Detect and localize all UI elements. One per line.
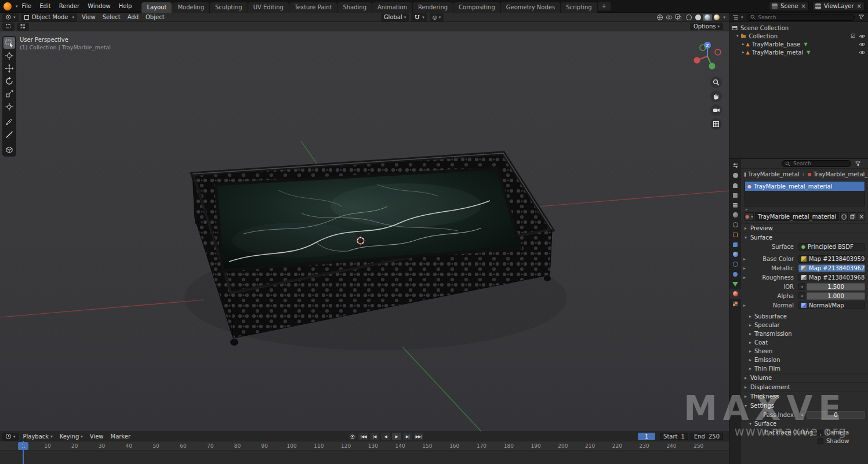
auto-keyframe-button[interactable] <box>348 433 357 440</box>
viewport-menu-item[interactable]: View <box>78 14 99 20</box>
rotate-tool[interactable] <box>3 75 15 87</box>
panel-settings[interactable]: ▾ Settings <box>741 401 868 410</box>
viewport-menu-item[interactable]: Object <box>142 14 168 20</box>
start-frame-field[interactable]: Start 1 <box>660 433 688 440</box>
marker-menu[interactable]: Marker <box>107 433 135 440</box>
outliner-object-row[interactable]: ▸ ▲ TrayMarble_base ▼ <box>729 40 868 48</box>
collapsed-subpanel[interactable]: ▸ Thin Film <box>741 364 868 373</box>
expand-icon[interactable]: ▸ <box>742 42 744 46</box>
unlink-material-button[interactable]: × <box>858 212 865 221</box>
editor-type-button[interactable]: ▾ <box>2 13 19 21</box>
chevron-down-icon[interactable]: ▾ <box>723 15 725 20</box>
browse-material-button[interactable]: ● ▾ <box>744 212 754 221</box>
gizmo-x-neg-axis[interactable] <box>715 49 721 55</box>
scale-tool[interactable] <box>3 88 15 100</box>
previous-keyframe-button[interactable]: |◀ <box>370 433 379 440</box>
options-dropdown[interactable]: Options ▾ <box>690 23 723 30</box>
workspace-tab[interactable]: Modeling <box>172 2 209 13</box>
collapsed-subpanel[interactable]: ▸ Transmission <box>741 329 868 338</box>
properties-search[interactable] <box>782 160 851 167</box>
base-color-map-button[interactable]: Map #2138403959 <box>798 255 865 263</box>
tab-particles[interactable] <box>729 249 741 259</box>
panel-thickness[interactable]: ▸ Thickness <box>741 392 868 401</box>
collapsed-subpanel[interactable]: ▸ Emission <box>741 356 868 364</box>
workspace-tab[interactable]: Texture Paint <box>289 2 337 13</box>
material-slot-selected[interactable]: ● TrayMarble_metal_material <box>745 182 865 191</box>
normal-map-button[interactable]: Normal/Map <box>798 302 865 309</box>
move-tool[interactable] <box>3 63 15 74</box>
collapse-icon[interactable]: ▾ <box>736 34 739 38</box>
keying-menu[interactable]: Keying▾ <box>56 433 86 440</box>
snap-toggle[interactable]: ▾ <box>411 13 427 21</box>
metallic-map-button[interactable]: Map #2138403962 <box>798 264 865 272</box>
playback-menu[interactable]: Playback▾ <box>20 433 56 440</box>
topbar-menu-item[interactable]: Edit <box>35 0 55 13</box>
hide-collection-eye-icon[interactable] <box>859 34 866 39</box>
workspace-tab[interactable]: Layout <box>141 2 172 13</box>
animate-decorator-icon[interactable] <box>798 283 805 290</box>
properties-editor-icon[interactable] <box>729 161 741 171</box>
outliner-search-input[interactable] <box>757 14 851 21</box>
backface-shadow-checkbox[interactable] <box>818 438 823 444</box>
hide-object-eye-icon[interactable] <box>859 50 866 55</box>
list-resize-grip[interactable]: ▸ <box>741 206 868 211</box>
outliner-search[interactable] <box>747 14 855 21</box>
proportional-edit-toggle[interactable]: ◎ ▾ <box>430 13 444 21</box>
roughness-map-button[interactable]: Map #2138403968 <box>798 274 865 281</box>
surface-shader-button[interactable]: ● Principled BSDF <box>798 243 865 251</box>
shading-rendered-button[interactable] <box>712 14 721 21</box>
outliner-object-row[interactable]: ▸ ▲ TrayMarble_metal ▼ <box>729 48 868 56</box>
collapsed-subpanel[interactable]: ▸ Coat <box>741 338 868 347</box>
topbar-menu-item[interactable]: Window <box>83 0 114 13</box>
show-overlays-icon[interactable] <box>666 14 673 21</box>
current-frame-field[interactable]: 1 <box>638 433 655 440</box>
scene-selector[interactable]: Scene × <box>769 2 809 11</box>
outliner-editor-icon[interactable] <box>732 14 739 21</box>
play-button[interactable]: ▶ <box>392 433 401 440</box>
settings-surface-subpanel[interactable]: ▾ Surface <box>741 419 868 428</box>
gizmo-y-neg-axis[interactable] <box>700 45 706 50</box>
expand-icon[interactable]: ▸ <box>742 50 744 55</box>
workspace-tab[interactable]: Scripting <box>561 2 597 13</box>
perspective-toggle-button[interactable] <box>710 118 722 130</box>
tab-physics[interactable] <box>729 259 741 269</box>
tab-output[interactable] <box>729 190 741 200</box>
cursor-tool[interactable] <box>3 50 15 61</box>
animate-decorator-icon[interactable] <box>798 292 805 299</box>
pass-index-field[interactable]: 0 <box>807 411 865 419</box>
workspace-tab[interactable]: Geometry Nodes <box>501 2 560 13</box>
tab-object[interactable] <box>729 230 741 240</box>
tab-world[interactable] <box>729 220 741 230</box>
expand-icon[interactable]: ▸ <box>743 256 749 262</box>
playhead-line[interactable] <box>23 441 24 464</box>
shading-material-button[interactable] <box>703 14 712 21</box>
timeline-editor-type-button[interactable]: ▾ <box>2 433 19 441</box>
shading-wireframe-button[interactable] <box>684 14 693 21</box>
jump-to-end-button[interactable]: ▶▶| <box>414 433 423 440</box>
topbar-menu-item[interactable]: Render <box>55 0 84 13</box>
hide-object-eye-icon[interactable] <box>859 42 866 47</box>
filter-icon[interactable] <box>858 14 865 20</box>
collapsed-subpanel[interactable]: ▸ Specular <box>741 321 868 329</box>
new-material-button[interactable] <box>849 212 856 221</box>
viewport-menu-item[interactable]: Select <box>99 14 124 20</box>
add-cube-tool[interactable] <box>3 144 15 155</box>
zoom-button[interactable] <box>710 77 722 88</box>
show-gizmo-icon[interactable] <box>656 14 663 21</box>
workspace-tab[interactable]: Animation <box>372 2 412 13</box>
tab-constraints[interactable] <box>729 269 741 279</box>
gizmo-x-axis[interactable] <box>694 57 700 64</box>
view-menu[interactable]: View <box>86 433 107 440</box>
tab-modifiers[interactable] <box>729 240 741 249</box>
breadcrumb-material[interactable]: TrayMarble_metal_material <box>813 171 868 177</box>
blender-logo-icon[interactable] <box>3 2 12 10</box>
alpha-field[interactable]: 1.000 <box>807 292 865 300</box>
next-keyframe-button[interactable]: ▶| <box>403 433 412 440</box>
topbar-menu-item[interactable]: Help <box>115 0 136 13</box>
workspace-tab[interactable]: Shading <box>337 2 372 13</box>
select-box-tool[interactable] <box>3 37 15 49</box>
viewlayer-selector[interactable]: ViewLayer × <box>812 2 865 11</box>
material-name-field[interactable]: TrayMarble_metal_material <box>755 212 839 221</box>
collapsed-subpanel[interactable]: ▸ Subsurface <box>741 312 868 321</box>
tab-view-layer[interactable] <box>729 200 741 210</box>
